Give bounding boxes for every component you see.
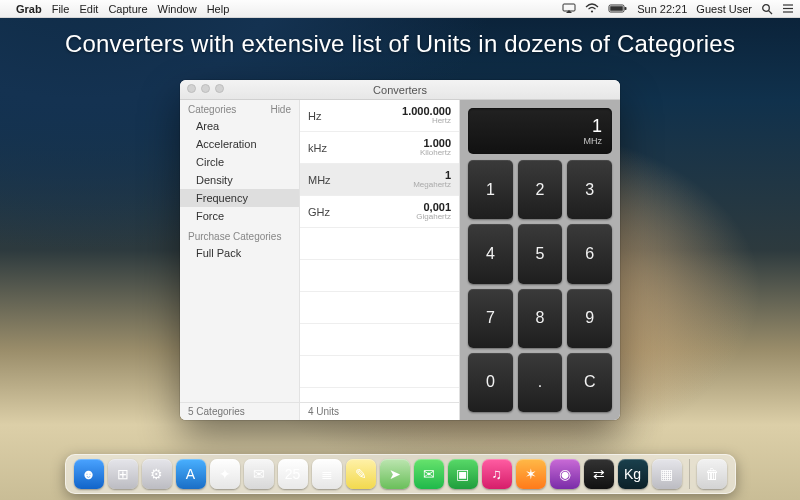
- key-4[interactable]: 4: [468, 224, 513, 283]
- minimize-button[interactable]: [201, 84, 210, 93]
- unit-row-hz[interactable]: Hz 1.000.000 Hertz: [300, 100, 459, 132]
- desktop: Grab File Edit Capture Window Help Sun 2…: [0, 0, 800, 500]
- units-list: Hz 1.000.000 Hertz kHz 1.000 Kilohertz: [300, 100, 460, 420]
- svg-rect-3: [610, 6, 623, 11]
- zoom-button[interactable]: [215, 84, 224, 93]
- svg-rect-4: [625, 7, 627, 10]
- category-area[interactable]: Area: [180, 117, 299, 135]
- category-acceleration[interactable]: Acceleration: [180, 135, 299, 153]
- dock-app-safari[interactable]: ✦: [210, 459, 240, 489]
- svg-point-1: [591, 10, 593, 12]
- dock-container: ☻⊞⚙A✦✉25≣✎➤✉▣♫✶◉⇄Kg▦🗑: [0, 454, 800, 494]
- dock-app-messages[interactable]: ✉: [414, 459, 444, 489]
- dock-separator: [689, 459, 690, 489]
- airplay-icon[interactable]: [562, 3, 576, 14]
- dock-app-mail[interactable]: ✉: [244, 459, 274, 489]
- close-button[interactable]: [187, 84, 196, 93]
- category-frequency[interactable]: Frequency: [180, 189, 299, 207]
- dock-app-maps[interactable]: ➤: [380, 459, 410, 489]
- category-density[interactable]: Density: [180, 171, 299, 189]
- dock-trash[interactable]: 🗑: [697, 459, 727, 489]
- dock-app-launchpad[interactable]: ⊞: [108, 459, 138, 489]
- menu-help[interactable]: Help: [207, 3, 230, 15]
- dock: ☻⊞⚙A✦✉25≣✎➤✉▣♫✶◉⇄Kg▦🗑: [65, 454, 736, 494]
- calculator-keypad: 1 2 3 4 5 6 7 8 9 0 . C: [468, 160, 612, 412]
- menu-edit[interactable]: Edit: [79, 3, 98, 15]
- dock-app-reminders[interactable]: ≣: [312, 459, 342, 489]
- unit-name: Gigahertz: [416, 213, 451, 221]
- unit-name: Kilohertz: [420, 149, 451, 157]
- unit-row-khz[interactable]: kHz 1.000 Kilohertz: [300, 132, 459, 164]
- key-clear[interactable]: C: [567, 353, 612, 412]
- dock-app-settings[interactable]: ⚙: [142, 459, 172, 489]
- unit-row-ghz[interactable]: GHz 0,001 Gigahertz: [300, 196, 459, 228]
- key-6[interactable]: 6: [567, 224, 612, 283]
- key-5[interactable]: 5: [518, 224, 563, 283]
- unit-abbr: kHz: [308, 142, 327, 154]
- converters-window: Converters Categories Hide Area Accelera…: [180, 80, 620, 420]
- svg-point-5: [763, 4, 770, 11]
- dock-app-podcasts[interactable]: ◉: [550, 459, 580, 489]
- window-titlebar[interactable]: Converters: [180, 80, 620, 100]
- category-circle[interactable]: Circle: [180, 153, 299, 171]
- wifi-icon[interactable]: [585, 3, 599, 14]
- menu-capture[interactable]: Capture: [108, 3, 147, 15]
- key-9[interactable]: 9: [567, 289, 612, 348]
- dock-app-converters[interactable]: ⇄: [584, 459, 614, 489]
- dock-app-finder[interactable]: ☻: [74, 459, 104, 489]
- unit-abbr: GHz: [308, 206, 330, 218]
- key-3[interactable]: 3: [567, 160, 612, 219]
- menu-file[interactable]: File: [52, 3, 70, 15]
- unit-row-empty: [300, 260, 459, 292]
- dock-app-terminal[interactable]: Kg: [618, 459, 648, 489]
- purchase-full-pack[interactable]: Full Pack: [180, 244, 299, 262]
- purchase-heading: Purchase Categories: [188, 231, 281, 242]
- key-7[interactable]: 7: [468, 289, 513, 348]
- spotlight-icon[interactable]: [761, 3, 773, 15]
- marketing-tagline: Converters with extensive list of Units …: [0, 30, 800, 58]
- display-unit: MHz: [584, 137, 603, 146]
- window-title: Converters: [373, 84, 427, 96]
- unit-row-mhz[interactable]: MHz 1 Megahertz: [300, 164, 459, 196]
- dock-app-ibooks[interactable]: ✶: [516, 459, 546, 489]
- display-value: 1: [592, 117, 602, 135]
- sidebar-footer: 5 Categories: [180, 402, 299, 420]
- menubar-user[interactable]: Guest User: [696, 3, 752, 15]
- window-traffic-lights: [187, 84, 224, 93]
- unit-name: Megahertz: [413, 181, 451, 189]
- menubar-clock[interactable]: Sun 22:21: [637, 3, 687, 15]
- categories-heading: Categories: [188, 104, 236, 115]
- categories-list: Area Acceleration Circle Density Frequen…: [180, 117, 299, 225]
- notification-center-icon[interactable]: [782, 3, 794, 14]
- key-1[interactable]: 1: [468, 160, 513, 219]
- hide-sidebar-button[interactable]: Hide: [270, 104, 291, 115]
- category-force[interactable]: Force: [180, 207, 299, 225]
- unit-row-empty: [300, 324, 459, 356]
- unit-row-empty: [300, 228, 459, 260]
- dock-app-activity[interactable]: ▦: [652, 459, 682, 489]
- svg-line-6: [769, 10, 772, 13]
- unit-name: Hertz: [402, 117, 451, 125]
- dock-app-itunes[interactable]: ♫: [482, 459, 512, 489]
- menu-window[interactable]: Window: [158, 3, 197, 15]
- svg-rect-0: [563, 4, 575, 11]
- unit-abbr: Hz: [308, 110, 321, 122]
- categories-sidebar: Categories Hide Area Acceleration Circle…: [180, 100, 300, 420]
- dock-app-appstore[interactable]: A: [176, 459, 206, 489]
- unit-row-empty: [300, 356, 459, 388]
- calculator-panel: 1 MHz 1 2 3 4 5 6 7 8 9 0 . C: [460, 100, 620, 420]
- menubar: Grab File Edit Capture Window Help Sun 2…: [0, 0, 800, 18]
- key-decimal[interactable]: .: [518, 353, 563, 412]
- dock-app-calendar[interactable]: 25: [278, 459, 308, 489]
- key-0[interactable]: 0: [468, 353, 513, 412]
- calculator-display: 1 MHz: [468, 108, 612, 154]
- key-2[interactable]: 2: [518, 160, 563, 219]
- dock-app-facetime[interactable]: ▣: [448, 459, 478, 489]
- menubar-app-name[interactable]: Grab: [16, 3, 42, 15]
- units-footer: 4 Units: [300, 402, 459, 420]
- battery-icon[interactable]: [608, 3, 628, 14]
- dock-app-notes[interactable]: ✎: [346, 459, 376, 489]
- unit-row-empty: [300, 292, 459, 324]
- unit-abbr: MHz: [308, 174, 331, 186]
- key-8[interactable]: 8: [518, 289, 563, 348]
